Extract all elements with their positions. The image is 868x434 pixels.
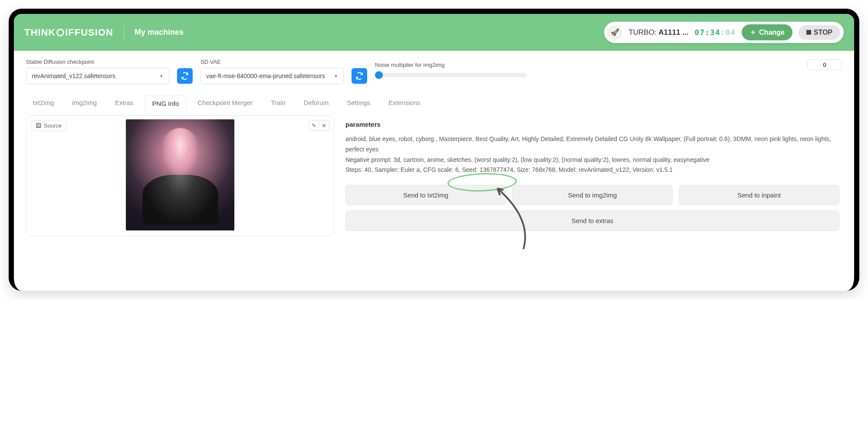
checkpoint-field: Stable Diffusion checkpoint revAnimated_… bbox=[26, 59, 169, 84]
negative-prompt-text: Negative prompt: 3d, cartoon, anime, ske… bbox=[345, 156, 710, 163]
page-title: My machines bbox=[135, 28, 184, 37]
plus-icon: ＋ bbox=[750, 28, 756, 37]
refresh-checkpoint-button[interactable] bbox=[177, 68, 193, 84]
refresh-icon bbox=[355, 72, 363, 80]
machine-label: TURBO: A1111 ... bbox=[628, 28, 688, 37]
source-label: Source bbox=[44, 122, 62, 129]
tabs: txt2img img2img Extras PNG Info Checkpoi… bbox=[26, 95, 842, 112]
clear-image-button[interactable]: ✕ bbox=[319, 120, 329, 131]
send-to-img2img-button[interactable]: Send to img2img bbox=[512, 185, 673, 205]
tab-txt2img[interactable]: txt2img bbox=[26, 95, 61, 112]
checkpoint-value: revAnimated_v122.safetensors bbox=[32, 72, 115, 79]
chevron-down-icon: ▼ bbox=[334, 74, 338, 79]
tab-png-info[interactable]: PNG Info bbox=[145, 95, 187, 112]
edit-image-button[interactable]: ✎ bbox=[309, 120, 319, 131]
app-frame: THINKIFFUSION My machines 🚀 TURBO: A1111… bbox=[9, 9, 859, 291]
rocket-icon: 🚀 bbox=[608, 25, 622, 40]
logo: THINKIFFUSION bbox=[24, 27, 113, 38]
parameters-title: parameters bbox=[345, 121, 839, 128]
parameters-text: android, blue eyes, robot, cyborg , Mast… bbox=[345, 134, 839, 175]
chevron-down-icon: ▼ bbox=[159, 74, 164, 79]
tab-deforum[interactable]: Deforum bbox=[297, 95, 336, 112]
topbar: THINKIFFUSION My machines 🚀 TURBO: A1111… bbox=[14, 14, 854, 51]
change-button[interactable]: ＋ Change bbox=[742, 24, 792, 40]
send-buttons-row: Send to txt2img Send to img2img Send to … bbox=[345, 185, 839, 205]
refresh-icon bbox=[181, 72, 189, 80]
session-clock: 07:34:04 bbox=[694, 28, 736, 37]
source-badge: 🖼 Source bbox=[31, 120, 66, 131]
vae-value: vae-ft-mse-840000-ema-pruned.safetensors bbox=[206, 72, 325, 79]
send-to-extras-button[interactable]: Send to extras bbox=[345, 210, 839, 231]
image-drop-panel[interactable]: 🖼 Source ✎ ✕ bbox=[26, 115, 334, 236]
clock-hm: 07:34 bbox=[694, 28, 720, 37]
stop-button[interactable]: STOP bbox=[799, 25, 840, 40]
tab-extras[interactable]: Extras bbox=[108, 95, 141, 112]
tab-extensions[interactable]: Extensions bbox=[381, 95, 427, 112]
tab-checkpoint-merger[interactable]: Checkpoint Merger bbox=[191, 95, 260, 112]
divider bbox=[124, 26, 124, 39]
turbo-label: TURBO: bbox=[628, 28, 656, 36]
image-preview bbox=[126, 119, 234, 230]
refresh-vae-button[interactable] bbox=[352, 68, 367, 84]
noise-input[interactable] bbox=[807, 59, 842, 70]
image-toolbar: ✎ ✕ bbox=[309, 120, 329, 131]
status-pill: 🚀 TURBO: A1111 ... 07:34:04 ＋ Change STO… bbox=[604, 22, 844, 43]
content-area: Stable Diffusion checkpoint revAnimated_… bbox=[14, 51, 854, 244]
prompt-text: android, blue eyes, robot, cyborg , Mast… bbox=[345, 135, 831, 153]
vae-label: SD VAE bbox=[201, 59, 344, 65]
vae-field: SD VAE vae-ft-mse-840000-ema-pruned.safe… bbox=[201, 59, 344, 84]
noise-group: Noise multiplier for img2img bbox=[375, 59, 842, 77]
stop-icon bbox=[806, 30, 811, 35]
tab-settings[interactable]: Settings bbox=[340, 95, 377, 112]
controls-row: Stable Diffusion checkpoint revAnimated_… bbox=[26, 59, 842, 84]
slider-thumb[interactable] bbox=[375, 71, 383, 79]
vae-select[interactable]: vae-ft-mse-840000-ema-pruned.safetensors… bbox=[201, 68, 344, 84]
parameters-panel: parameters android, blue eyes, robot, cy… bbox=[343, 115, 842, 236]
change-label: Change bbox=[759, 29, 785, 36]
send-to-inpaint-button[interactable]: Send to inpaint bbox=[679, 185, 839, 205]
stop-label: STOP bbox=[814, 29, 832, 36]
noise-label: Noise multiplier for img2img bbox=[375, 62, 444, 68]
tab-img2img[interactable]: img2img bbox=[65, 95, 104, 112]
turbo-value: A1111 ... bbox=[658, 28, 688, 36]
noise-slider[interactable] bbox=[375, 73, 527, 77]
logo-ring-icon bbox=[56, 29, 64, 36]
metadata-text: Steps: 40, Sampler: Euler a, CFG scale: … bbox=[345, 166, 673, 173]
send-to-txt2img-button[interactable]: Send to txt2img bbox=[345, 185, 506, 205]
checkpoint-label: Stable Diffusion checkpoint bbox=[26, 59, 169, 65]
clock-sec: :04 bbox=[720, 28, 736, 37]
image-icon: 🖼 bbox=[36, 122, 41, 129]
tab-train[interactable]: Train bbox=[264, 95, 293, 112]
checkpoint-select[interactable]: revAnimated_v122.safetensors ▼ bbox=[26, 68, 169, 84]
panel-row: 🖼 Source ✎ ✕ parameters android, blue ey… bbox=[26, 115, 842, 236]
